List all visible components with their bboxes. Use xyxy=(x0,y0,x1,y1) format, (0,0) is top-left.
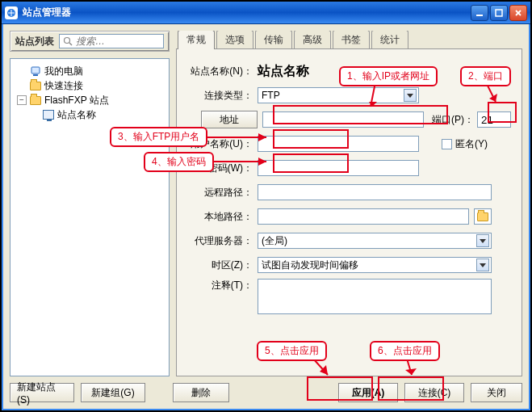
tab-transfer[interactable]: 传输 xyxy=(255,31,292,49)
address-input[interactable] xyxy=(262,111,424,128)
password-label: 密码(W)： xyxy=(185,162,258,175)
svg-rect-6 xyxy=(33,74,38,76)
bottom-button-row: 新建站点(S) 新建组(G) 删除 应用(A) 连接(C) 关闭 xyxy=(10,376,522,402)
site-name-label: 站点名称(N)： xyxy=(185,65,258,78)
password-input[interactable] xyxy=(258,160,419,176)
port-input[interactable] xyxy=(477,111,511,128)
port-label: 端口(P)： xyxy=(432,113,474,127)
svg-line-4 xyxy=(69,43,72,45)
site-list-label: 站点列表 xyxy=(15,35,54,48)
tab-page-general: 站点名称(N)： 站点名称 连接类型： FTP 地址 xyxy=(176,48,522,376)
tab-advanced[interactable]: 高级 xyxy=(294,31,331,49)
anonymous-label: 匿名(Y) xyxy=(455,137,488,151)
tree-label: FlashFXP 站点 xyxy=(44,94,109,107)
remote-path-input[interactable] xyxy=(258,184,492,200)
close-window-button[interactable]: 关闭 xyxy=(471,383,522,402)
apply-button[interactable]: 应用(A) xyxy=(338,383,398,402)
site-icon xyxy=(43,110,54,120)
minimize-button[interactable] xyxy=(471,5,488,21)
proxy-value: (全局) xyxy=(262,234,287,248)
my-computer-icon xyxy=(30,65,41,77)
window-title: 站点管理器 xyxy=(23,6,471,19)
delete-button[interactable]: 删除 xyxy=(173,383,229,402)
app-icon xyxy=(5,6,18,19)
connect-button[interactable]: 连接(C) xyxy=(404,383,464,402)
search-input[interactable]: 搜索… xyxy=(59,34,164,48)
local-path-input[interactable] xyxy=(258,208,469,225)
tree-label: 快速连接 xyxy=(44,79,83,93)
new-group-button[interactable]: 新建组(G) xyxy=(81,383,145,402)
tab-strip: 常规 选项 传输 高级 书签 统计 xyxy=(176,31,522,48)
svg-point-3 xyxy=(65,38,70,44)
notes-textarea[interactable] xyxy=(258,279,492,314)
proxy-label: 代理服务器： xyxy=(185,234,258,248)
browse-folder-button[interactable] xyxy=(474,208,492,225)
tab-stats[interactable]: 统计 xyxy=(371,31,408,49)
svg-rect-5 xyxy=(31,67,40,74)
proxy-combo[interactable]: (全局) xyxy=(258,233,492,249)
site-tree[interactable]: 我的电脑 快速连接 − FlashFXP 站点 站点名称 xyxy=(10,58,170,376)
svg-rect-1 xyxy=(476,15,483,16)
close-button[interactable] xyxy=(509,5,527,21)
username-label: 用户名称(U)： xyxy=(185,137,258,151)
tab-general[interactable]: 常规 xyxy=(178,31,215,49)
remote-path-label: 远程路径： xyxy=(185,186,258,200)
tab-options[interactable]: 选项 xyxy=(216,31,253,49)
site-name-value: 站点名称 xyxy=(258,63,309,80)
tree-label: 我的电脑 xyxy=(44,65,83,78)
title-bar: 站点管理器 xyxy=(2,2,530,24)
address-button[interactable]: 地址 xyxy=(201,111,258,128)
tree-collapse-icon[interactable]: − xyxy=(17,95,27,105)
conn-type-label: 连接类型： xyxy=(185,89,258,103)
new-site-button[interactable]: 新建站点(S) xyxy=(10,383,74,402)
conn-type-value: FTP xyxy=(262,90,280,101)
timezone-combo[interactable]: 试图自动发现时间偏移 xyxy=(258,257,492,273)
svg-rect-2 xyxy=(496,10,502,16)
folder-icon xyxy=(30,82,41,90)
tree-site-entry[interactable]: 站点名称 xyxy=(14,107,165,122)
tab-bookmarks[interactable]: 书签 xyxy=(333,31,370,49)
conn-type-combo[interactable]: FTP xyxy=(258,87,419,103)
tree-my-computer[interactable]: 我的电脑 xyxy=(14,64,165,78)
site-list-header: 站点列表 搜索… xyxy=(10,31,170,52)
folder-icon xyxy=(30,96,41,105)
folder-icon xyxy=(477,212,488,221)
tree-quick-connect[interactable]: 快速连接 xyxy=(14,78,165,93)
search-icon xyxy=(63,36,73,46)
timezone-value: 试图自动发现时间偏移 xyxy=(262,259,358,272)
search-placeholder: 搜索… xyxy=(76,35,105,48)
timezone-label: 时区(Z)： xyxy=(185,259,258,272)
notes-label: 注释(T)： xyxy=(185,279,258,292)
anonymous-checkbox[interactable] xyxy=(442,139,452,149)
tree-label: 站点名称 xyxy=(57,108,96,122)
chevron-down-icon[interactable] xyxy=(476,259,489,271)
maximize-button[interactable] xyxy=(490,5,508,21)
local-path-label: 本地路径： xyxy=(185,210,258,224)
chevron-down-icon[interactable] xyxy=(404,89,417,102)
tree-flashfxp-sites[interactable]: − FlashFXP 站点 xyxy=(14,93,165,107)
chevron-down-icon[interactable] xyxy=(476,234,489,247)
username-input[interactable] xyxy=(258,136,419,152)
